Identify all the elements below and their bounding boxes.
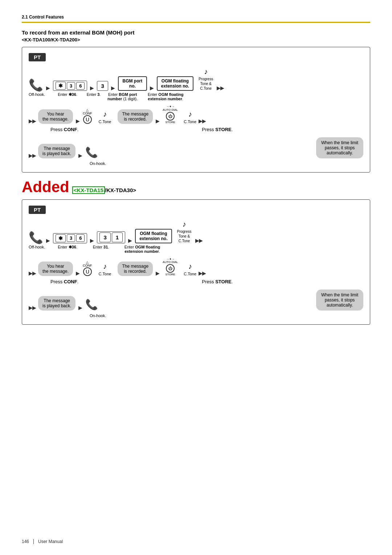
key-6-2: 6 bbox=[76, 234, 85, 242]
key-3d: 3 bbox=[99, 232, 110, 242]
key-6: 6 bbox=[76, 82, 85, 90]
arrow-6: ▶ bbox=[156, 118, 160, 124]
arrow-2-7: ▶ bbox=[78, 305, 82, 311]
conf-icon-1: △CONF ꓴ bbox=[83, 109, 92, 124]
double-arrow-2: ▶▶ bbox=[29, 118, 36, 124]
double-arrow-2-2: ▶▶ bbox=[29, 271, 36, 276]
onhook-icon-2: 📞 bbox=[85, 299, 98, 311]
arrow-2-1: ▶ bbox=[46, 238, 50, 243]
model-rest: /KX-TDA30> bbox=[105, 187, 136, 193]
footer-label: User Manual bbox=[38, 539, 63, 544]
double-arrow-3: ▶▶ bbox=[199, 118, 206, 124]
played-back-bubble-2: The messageis played back. bbox=[38, 296, 75, 311]
time-limit-bubble-2: When the time limitpasses, it stopsautom… bbox=[316, 289, 363, 311]
added-row: Added <KX-TDA15/KX-TDA30> bbox=[22, 178, 370, 196]
flow-row-2-1-labels: Off-hook. Enter ✱36. Enter 31. Enter OGM… bbox=[29, 245, 363, 254]
press-row-1: Press CONF. Press STORE. bbox=[50, 127, 363, 132]
press-store-1: Press STORE. bbox=[202, 127, 233, 132]
message-recorded-bubble-2: The messageis recorded. bbox=[118, 262, 153, 276]
double-arrow-2-3: ▶▶ bbox=[199, 271, 206, 276]
diagram-box-2: PT 📞 ▶ ✱ 3 6 ▶ 3 1 ▶ OGM floatingextensi… bbox=[22, 199, 370, 325]
time-limit-bubble-1: When the time limitpasses, it stopsautom… bbox=[316, 137, 363, 158]
section-header: 2.1 Control Features bbox=[22, 15, 370, 20]
gold-rule bbox=[22, 22, 370, 23]
ogm-ext-box-2: OGM floatingextension no. bbox=[135, 229, 172, 243]
bgm-port-box: BGM portno. bbox=[118, 76, 147, 91]
press-row-2: Press CONF. Press STORE. bbox=[50, 279, 363, 284]
message-recorded-bubble-1: The messageis recorded. bbox=[118, 109, 153, 124]
footer-separator bbox=[33, 539, 34, 544]
flow-row-3: ▶▶ The messageis played back. ▶ 📞 When t… bbox=[29, 137, 363, 158]
star-key-2: ✱ bbox=[56, 234, 66, 242]
ctone-1: ♪ C.Tone bbox=[99, 110, 111, 124]
double-arrow-4: ▶▶ bbox=[29, 153, 36, 158]
footer: 146 User Manual bbox=[22, 539, 63, 544]
flow-row-1-labels: Off-hook. Enter ✱36. Enter 3. Enter BGM … bbox=[29, 92, 363, 101]
press-store-2: Press STORE. bbox=[202, 279, 233, 284]
page-number: 146 bbox=[22, 539, 29, 544]
you-hear-bubble-2: You hearthe message. bbox=[38, 262, 73, 276]
key-group-31: 3 1 bbox=[97, 231, 125, 243]
double-arrow-2-4: ▶▶ bbox=[29, 305, 36, 311]
flow-row-1: 📞 ▶ ✱ 3 6 ▶ 3 ▶ BGM portno. ▶ OGM floati… bbox=[29, 66, 363, 91]
model-highlight: <KX-TDA15 bbox=[72, 186, 105, 194]
diagram-box-1: PT 📞 ▶ ✱ 3 6 ▶ 3 ▶ BGM portno. ▶ OGM flo… bbox=[22, 47, 370, 173]
flow-row-2-1: 📞 ▶ ✱ 3 6 ▶ 3 1 ▶ OGM floatingextension … bbox=[29, 219, 363, 243]
progress-tone-2: ♪ ProgressTone &C.Tone bbox=[177, 219, 192, 243]
store-icon-2: →✦→AUTO DIAL ⏻ STORE bbox=[163, 258, 178, 276]
arrow-2-2: ▶ bbox=[90, 238, 94, 243]
arrow-5: ▶ bbox=[76, 118, 80, 124]
flow-row-2: ▶▶ You hearthe message. ▶ △CONF ꓴ ♪ C.To… bbox=[29, 105, 363, 124]
played-back-bubble-1: The messageis played back. bbox=[38, 144, 75, 158]
arrow-1: ▶ bbox=[46, 85, 50, 91]
key-1: 1 bbox=[112, 232, 123, 242]
onhook-icon-1: 📞 bbox=[85, 146, 98, 158]
key-3b: 3 bbox=[97, 81, 108, 91]
press-conf-2: Press CONF. bbox=[50, 279, 78, 284]
arrow-7: ▶ bbox=[78, 153, 82, 158]
flow-row-2-2: ▶▶ You hearthe message. ▶ △CONF ꓴ ♪ C.To… bbox=[29, 258, 363, 276]
you-hear-bubble-1: You hearthe message. bbox=[38, 109, 73, 124]
arrow-4: ▶ bbox=[150, 85, 154, 91]
arrow-3: ▶ bbox=[111, 85, 115, 91]
flow-row-2-3: ▶▶ The messageis played back. ▶ 📞 When t… bbox=[29, 289, 363, 311]
ctone-3: ♪ C.Tone bbox=[99, 262, 111, 276]
arrow-2-3: ▶ bbox=[128, 238, 132, 243]
pt-label-1: PT bbox=[29, 53, 46, 61]
key-group-star36-2: ✱ 3 6 bbox=[53, 233, 87, 243]
ogm-ext-box-1: OGM floatingextension no. bbox=[157, 76, 193, 91]
key-group-star36: ✱ 3 6 bbox=[53, 81, 87, 91]
section-title: To record from an external BGM (MOH) por… bbox=[22, 29, 370, 36]
model-label-1: <KX-TDA100/KX-TDA200> bbox=[22, 37, 370, 42]
onhook-label-1: On-hook. bbox=[90, 161, 363, 166]
key-3c: 3 bbox=[67, 234, 75, 242]
double-arrow-1: ▶▶ bbox=[217, 85, 224, 91]
progress-tone-1: ♪ ProgressTone &C.Tone bbox=[199, 66, 213, 91]
conf-icon-2: △CONF ꓴ bbox=[83, 261, 92, 276]
pt-label-2: PT bbox=[29, 206, 46, 214]
press-conf-1: Press CONF. bbox=[50, 127, 78, 132]
arrow-2-5: ▶ bbox=[76, 270, 80, 276]
offhook-icon: 📞 bbox=[29, 79, 43, 91]
added-label: Added bbox=[22, 178, 69, 196]
key-3a: 3 bbox=[67, 82, 75, 90]
double-arrow-2-1: ▶▶ bbox=[195, 238, 203, 243]
ctone-2: ♪ C.Tone bbox=[184, 110, 196, 124]
onhook-label-2: On-hook. bbox=[90, 313, 363, 318]
ctone-4: ♪ C.Tone bbox=[184, 262, 196, 276]
arrow-2: ▶ bbox=[90, 85, 94, 91]
offhook-icon-2: 📞 bbox=[29, 232, 43, 243]
star-key: ✱ bbox=[56, 82, 66, 90]
arrow-2-6: ▶ bbox=[156, 270, 160, 276]
store-icon-1: →✦→AUTO DIAL ⏻ STORE bbox=[163, 105, 178, 124]
